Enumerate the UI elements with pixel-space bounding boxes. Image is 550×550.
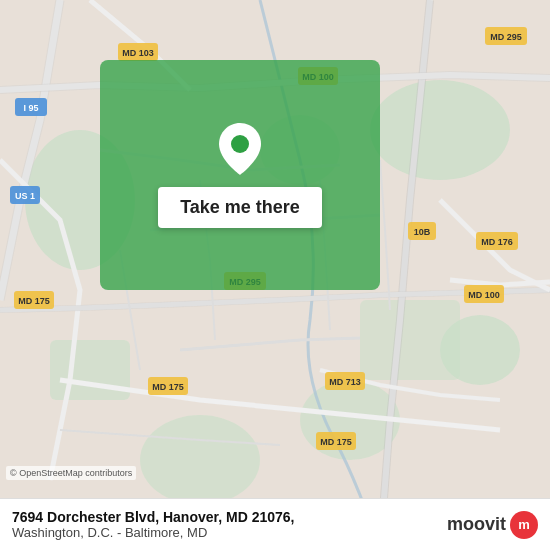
moovit-logo: moovit m xyxy=(447,511,538,539)
map-overlay: Take me there xyxy=(100,60,380,290)
svg-text:I 95: I 95 xyxy=(23,103,38,113)
map-attribution: © OpenStreetMap contributors xyxy=(6,466,136,480)
svg-rect-8 xyxy=(360,300,460,380)
svg-rect-4 xyxy=(50,340,130,400)
map-container: I 95 MD 103 MD 100 MD 295 US 1 MD 175 MD… xyxy=(0,0,550,550)
moovit-dot-letter: m xyxy=(518,517,530,532)
svg-text:US 1: US 1 xyxy=(15,191,35,201)
svg-text:MD 175: MD 175 xyxy=(18,296,50,306)
svg-point-2 xyxy=(370,80,510,180)
svg-text:MD 103: MD 103 xyxy=(122,48,154,58)
address-line2: Washington, D.C. - Baltimore, MD xyxy=(12,525,447,540)
take-me-there-button[interactable]: Take me there xyxy=(158,187,322,228)
svg-point-35 xyxy=(231,135,249,153)
address-block: 7694 Dorchester Blvd, Hanover, MD 21076,… xyxy=(12,509,447,540)
moovit-dot-icon: m xyxy=(510,511,538,539)
location-pin-icon xyxy=(219,123,261,175)
address-line1: 7694 Dorchester Blvd, Hanover, MD 21076, xyxy=(12,509,447,525)
svg-point-6 xyxy=(140,415,260,505)
svg-text:MD 713: MD 713 xyxy=(329,377,361,387)
svg-text:MD 100: MD 100 xyxy=(468,290,500,300)
moovit-wordmark: moovit xyxy=(447,514,506,535)
bottom-bar: 7694 Dorchester Blvd, Hanover, MD 21076,… xyxy=(0,498,550,550)
svg-text:10B: 10B xyxy=(414,227,431,237)
svg-text:MD 176: MD 176 xyxy=(481,237,513,247)
svg-text:MD 295: MD 295 xyxy=(490,32,522,42)
svg-text:MD 175: MD 175 xyxy=(152,382,184,392)
svg-text:MD 175: MD 175 xyxy=(320,437,352,447)
